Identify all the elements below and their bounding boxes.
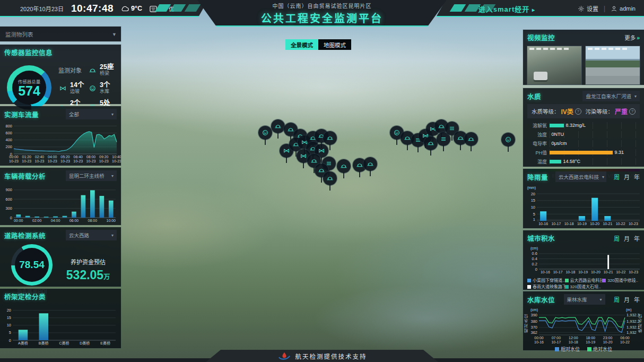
legend-item[interactable]: 春雨大道映象路下穿.. bbox=[527, 284, 565, 290]
legend-item[interactable]: 320国道中修段.. bbox=[602, 278, 640, 284]
svg-text:06:00: 06:00 bbox=[69, 219, 79, 222]
svg-text:09:20: 09:20 bbox=[99, 155, 109, 159]
svg-text:20: 20 bbox=[7, 308, 11, 313]
svg-text:C类桥: C类桥 bbox=[59, 341, 69, 346]
support-text: 航天检测提供技术支持 bbox=[295, 352, 367, 360]
map-marker-bridge[interactable] bbox=[323, 171, 337, 185]
tab-year[interactable]: 年 bbox=[634, 173, 640, 181]
pqi-value: 78.54 bbox=[19, 259, 45, 271]
legend-item[interactable]: 相对水位 bbox=[555, 346, 580, 352]
svg-text:01:20: 01:20 bbox=[22, 155, 31, 159]
help-icon[interactable]: ? bbox=[629, 108, 636, 115]
tab-year[interactable]: 年 bbox=[634, 295, 640, 304]
left-axis-label: 相对水位 bbox=[524, 314, 529, 333]
monitored-object-stat: 3个水库 bbox=[88, 79, 118, 97]
platform-title: 公共工程安全监测平台 bbox=[261, 10, 383, 25]
map-marker-bridge[interactable] bbox=[271, 119, 285, 133]
tab-month[interactable]: 月 bbox=[624, 234, 630, 243]
svg-text:10-22: 10-22 bbox=[620, 340, 630, 344]
divider: | bbox=[604, 5, 605, 12]
panorama-mode-button[interactable]: 全景模式 bbox=[285, 39, 318, 50]
legend-item[interactable]: 320国道大石坝.. bbox=[565, 284, 603, 290]
bridge-classification-chart: 05101520A类桥B类桥C类桥D类桥E类桥 bbox=[0, 303, 121, 349]
bridge-icon bbox=[467, 135, 475, 143]
sensor-total-value: 574 bbox=[18, 84, 40, 98]
chevron-down-icon: ▾ bbox=[111, 112, 114, 117]
svg-text:(cm): (cm) bbox=[530, 308, 538, 312]
double-arrow-icon: » bbox=[637, 35, 640, 41]
map-marker-bridge[interactable] bbox=[424, 136, 438, 150]
slope-icon bbox=[58, 84, 67, 93]
legend-item[interactable]: 小菜园下穿隧道.. bbox=[527, 278, 565, 284]
settings-button[interactable]: 设置 bbox=[578, 4, 598, 13]
rainfall-site-dropdown[interactable]: 云大西路云电科技▾ bbox=[555, 171, 606, 182]
panel-title: 实测车流量 bbox=[4, 109, 39, 119]
temperature-value: 9°C bbox=[131, 5, 142, 12]
svg-text:10: 10 bbox=[7, 323, 11, 327]
traffic-filter-dropdown[interactable]: 全部▾ bbox=[66, 109, 117, 119]
map-marker-bridge[interactable] bbox=[323, 131, 337, 145]
svg-text:B类桥: B类桥 bbox=[39, 341, 49, 346]
map-marker-reservoir[interactable] bbox=[258, 126, 272, 140]
slope-icon bbox=[299, 152, 308, 160]
svg-text:10-16: 10-16 bbox=[541, 270, 550, 274]
cloud-icon bbox=[121, 5, 129, 12]
panel-title: 水库水位 bbox=[527, 295, 555, 305]
water-source-dropdown[interactable]: 盘龙江自来水厂河道▾ bbox=[582, 91, 640, 101]
maintenance-estimate-label: 养护资金预估 bbox=[59, 257, 117, 266]
map-marker-bridge[interactable] bbox=[363, 157, 377, 171]
tab-week[interactable]: 周 bbox=[614, 173, 620, 181]
footer-plate: 航天检测提供技术支持 bbox=[206, 350, 438, 362]
legend-item[interactable]: 绝对水位 bbox=[587, 346, 612, 352]
video-more-link[interactable]: 更多» bbox=[624, 33, 640, 41]
tab-year[interactable]: 年 bbox=[634, 234, 640, 243]
tab-week[interactable]: 周 bbox=[614, 234, 620, 243]
map-marker-bridge[interactable] bbox=[464, 132, 478, 146]
user-icon bbox=[611, 5, 617, 12]
bridge-icon bbox=[427, 139, 435, 148]
weather-widget: 9°C bbox=[121, 5, 142, 12]
svg-text:15: 15 bbox=[7, 315, 11, 320]
map-mode-button[interactable]: 地图模式 bbox=[318, 39, 351, 50]
svg-text:D类桥: D类桥 bbox=[80, 341, 90, 346]
reservoir-icon bbox=[88, 84, 97, 93]
svg-text:00:00: 00:00 bbox=[534, 336, 544, 340]
help-icon[interactable]: ? bbox=[575, 108, 581, 115]
rainfall-period-tabs: 周月年 bbox=[614, 173, 640, 181]
chevron-down-icon: ▾ bbox=[602, 175, 604, 179]
video-thumbnail-1[interactable] bbox=[527, 46, 581, 84]
dashboard: 2020年10月23日 10:47:48 9°C 43 优 中国（云南）自由贸易… bbox=[0, 0, 644, 362]
map-marker-bridge[interactable] bbox=[337, 159, 351, 173]
water-metric-row: PH值 9.31 bbox=[527, 148, 640, 157]
rainfall-chart: 15101520(mm)10-1610-1710-1810-1910-2010-… bbox=[523, 184, 644, 229]
tab-month[interactable]: 月 bbox=[624, 295, 630, 304]
monitor-list-placeholder: 监测物列表 bbox=[5, 30, 33, 38]
water-icon bbox=[439, 135, 448, 143]
monitor-list-dropdown[interactable]: 监测物列表 ▾ bbox=[0, 27, 121, 41]
svg-text:0.2: 0.2 bbox=[532, 262, 537, 266]
svg-text:1: 1 bbox=[533, 217, 535, 222]
svg-text:5: 5 bbox=[9, 330, 11, 335]
road-filter-dropdown[interactable]: 云大西路▾ bbox=[66, 230, 117, 240]
svg-text:300: 300 bbox=[5, 206, 12, 211]
svg-text:E类桥: E类桥 bbox=[100, 341, 110, 346]
svg-text:10-19: 10-19 bbox=[577, 222, 587, 226]
reservoir-icon bbox=[393, 128, 401, 137]
title-plate: 中国（云南）自由贸易试验区昆明片区 公共工程安全监测平台 bbox=[197, 0, 447, 27]
tab-week[interactable]: 周 bbox=[614, 295, 620, 304]
svg-text:00:00: 00:00 bbox=[9, 155, 19, 159]
map-marker-reservoir[interactable] bbox=[501, 133, 515, 146]
svg-text:A类桥: A类桥 bbox=[18, 341, 28, 346]
svg-text:(mm): (mm) bbox=[527, 186, 536, 190]
tab-month[interactable]: 月 bbox=[624, 173, 630, 181]
water-metric-rows: 溶解氧 8.32mg/L浊度 0NTU电导率 0μs/cmPH值 9.31温度 … bbox=[523, 119, 644, 166]
reservoir-level-chart: 3621,9323701,932.13801,932.23901,932.3(c… bbox=[523, 306, 644, 346]
sensor-info-panel: 传感器监控信息 传感器总量 574 监测对象 25座桥梁14个边坡3个水库2个河… bbox=[0, 45, 121, 104]
bridge-icon bbox=[437, 122, 446, 131]
video-thumbnail-2[interactable] bbox=[586, 46, 640, 84]
user-menu[interactable]: admin bbox=[611, 5, 636, 12]
reservoir-dropdown[interactable]: 果林水库▾ bbox=[564, 294, 605, 305]
urban-flooding-panel: 城市积水 周月年 00.20.40.6(cm)10-1610-1710-1810… bbox=[523, 230, 644, 290]
legend-item[interactable]: 云大西路云电科技.. bbox=[565, 278, 603, 284]
load-filter-dropdown[interactable]: 昆明二环主线桥▾ bbox=[66, 170, 117, 181]
